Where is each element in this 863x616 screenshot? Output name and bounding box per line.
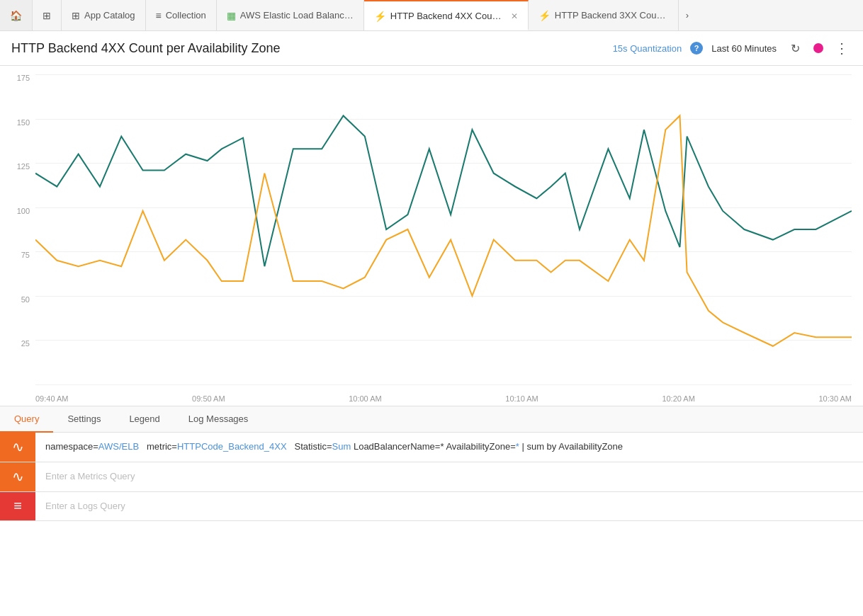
orange-series <box>35 115 852 346</box>
y-label-175: 175 <box>17 74 30 82</box>
time-range-label: Last 60 Minutes <box>711 43 777 54</box>
nav-tab-query[interactable]: Query <box>0 406 53 433</box>
tab-http-3xx-label: HTTP Backend 3XX Count per ... <box>555 10 668 21</box>
chevron-right-icon: › <box>686 10 689 21</box>
query-row-1: ∿ namespace=AWS/ELB metric=HTTPCode_Back… <box>0 433 863 462</box>
tab-close-icon[interactable]: ✕ <box>511 11 518 21</box>
x-label-1010: 10:10 AM <box>505 394 538 403</box>
metrics-icon-1: ∿ <box>12 438 24 455</box>
x-label-0940: 09:40 AM <box>35 394 68 403</box>
quantization-label[interactable]: 15s Quantization <box>613 43 682 54</box>
query-placeholder-metrics[interactable]: Enter a Metrics Query <box>35 462 863 491</box>
tab-http-4xx-label: HTTP Backend 4XX Count per Av... <box>390 11 504 21</box>
tab-collection[interactable]: ≡ Collection <box>146 0 217 30</box>
query-sum-by: | sum by Availabilit <box>519 440 597 455</box>
query-lb-label: LoadBalancerName=* AvailabilityZone= <box>351 440 515 455</box>
bottom-tab-nav: Query Settings Legend Log Messages <box>0 406 863 433</box>
y-label-25: 25 <box>21 340 30 348</box>
help-icon[interactable]: ? <box>690 42 703 55</box>
nav-tab-log-messages[interactable]: Log Messages <box>174 406 263 433</box>
grid-line-0 <box>35 384 852 385</box>
metrics-icon-2: ∿ <box>12 468 24 485</box>
query-namespace-label: namespace= <box>45 440 98 455</box>
chart-svg <box>35 74 852 384</box>
query-row-3: ≡ Enter a Logs Query <box>0 492 863 522</box>
teal-series <box>35 115 852 266</box>
tab-bar: 🏠 ⊞ ⊞ App Catalog ≡ Collection ▦ AWS Ela… <box>0 0 863 31</box>
x-label-1030: 10:30 AM <box>818 394 851 403</box>
query-icon-logs[interactable]: ≡ <box>0 492 35 521</box>
dashboards-icon: ⊞ <box>43 10 51 21</box>
tab-aws-elb-label: AWS Elastic Load Balancing Met... <box>240 10 354 21</box>
live-indicator[interactable] <box>813 43 823 53</box>
bottom-panel: Query Settings Legend Log Messages ∿ nam… <box>0 406 863 521</box>
query-metric-label: metric= <box>139 440 177 455</box>
more-icon: ⋮ <box>835 40 849 57</box>
refresh-icon: ↻ <box>791 42 800 55</box>
nav-tab-settings[interactable]: Settings <box>53 406 115 433</box>
logs-placeholder-text: Enter a Logs Query <box>45 499 125 514</box>
x-label-1000: 10:00 AM <box>349 394 381 403</box>
query-sum-by-cont: yZone <box>597 440 623 455</box>
chart-container: 175 150 125 100 75 50 25 09:40 AM 09:50 … <box>0 66 863 406</box>
http-4xx-icon: ⚡ <box>374 11 386 22</box>
query-text-1[interactable]: namespace=AWS/ELB metric=HTTPCode_Backen… <box>35 433 863 462</box>
query-placeholder-logs[interactable]: Enter a Logs Query <box>35 492 863 521</box>
refresh-button[interactable]: ↻ <box>785 38 805 58</box>
page-header: HTTP Backend 4XX Count per Availability … <box>0 31 863 66</box>
http-3xx-icon: ⚡ <box>538 10 551 21</box>
app-catalog-icon: ⊞ <box>72 10 80 21</box>
tab-dashboards[interactable]: ⊞ <box>33 0 62 30</box>
nav-tab-legend[interactable]: Legend <box>115 406 174 433</box>
tab-collection-label: Collection <box>166 10 206 21</box>
tab-app-catalog[interactable]: ⊞ App Catalog <box>62 0 146 30</box>
logs-icon: ≡ <box>13 498 22 514</box>
x-label-1020: 10:20 AM <box>662 394 694 403</box>
tab-aws-elb[interactable]: ▦ AWS Elastic Load Balancing Met... <box>217 0 364 30</box>
y-label-75: 75 <box>21 251 30 259</box>
query-statistic-label: Statistic= <box>287 440 332 455</box>
header-controls: 15s Quantization ? Last 60 Minutes ↻ ⋮ <box>613 38 852 58</box>
tab-http-3xx[interactable]: ⚡ HTTP Backend 3XX Count per ... <box>529 0 679 30</box>
query-icon-metrics-2[interactable]: ∿ <box>0 462 35 491</box>
aws-elb-icon: ▦ <box>227 10 236 21</box>
more-options-button[interactable]: ⋮ <box>832 38 852 58</box>
y-label-100: 100 <box>17 207 30 215</box>
query-statistic-value: Sum <box>332 440 351 455</box>
query-metric-value: HTTPCode_Backend_4XX <box>177 440 287 455</box>
query-row-2: ∿ Enter a Metrics Query <box>0 462 863 492</box>
query-icon-metrics-1[interactable]: ∿ <box>0 433 35 462</box>
query-namespace-value: AWS/ELB <box>98 440 139 455</box>
y-axis: 175 150 125 100 75 50 25 <box>0 74 34 384</box>
tab-more-button[interactable]: › <box>679 0 696 30</box>
tab-http-4xx[interactable]: ⚡ HTTP Backend 4XX Count per Av... ✕ <box>364 0 529 30</box>
x-label-0950: 09:50 AM <box>192 394 225 403</box>
x-axis: 09:40 AM 09:50 AM 10:00 AM 10:10 AM 10:2… <box>35 394 852 403</box>
page-title: HTTP Backend 4XX Count per Availability … <box>11 41 281 56</box>
home-icon: 🏠 <box>10 10 22 21</box>
tab-home[interactable]: 🏠 <box>0 0 33 30</box>
metrics-placeholder-text: Enter a Metrics Query <box>45 469 135 484</box>
y-label-125: 125 <box>17 163 30 171</box>
tab-app-catalog-label: App Catalog <box>84 10 135 21</box>
y-label-150: 150 <box>17 119 30 127</box>
y-label-50: 50 <box>21 296 30 304</box>
collection-icon: ≡ <box>156 10 162 21</box>
